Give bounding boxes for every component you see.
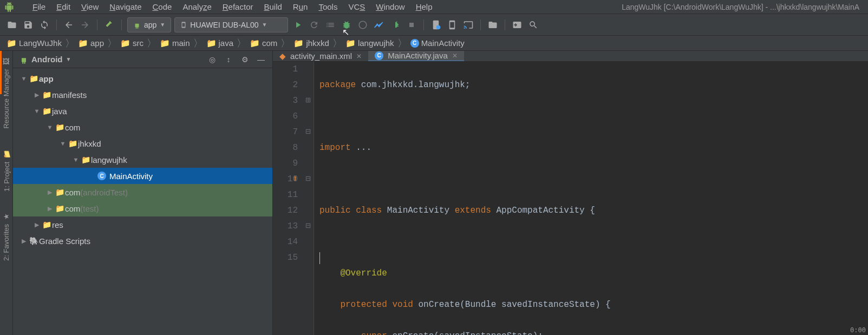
menu-help[interactable]: Help	[410, 0, 438, 14]
open-icon[interactable]	[5, 18, 18, 31]
sdk-manager-icon[interactable]	[462, 18, 475, 31]
stop-icon[interactable]	[405, 18, 418, 31]
menu-view[interactable]: View	[76, 0, 104, 14]
menu-tools[interactable]: Tools	[313, 0, 343, 14]
override-gutter-icon[interactable]: ⬆	[290, 172, 300, 187]
close-tab-icon[interactable]: ✕	[356, 52, 362, 60]
caret-down-icon[interactable]: ▼	[66, 56, 71, 62]
breadcrumb-item[interactable]: 📁com	[247, 38, 279, 48]
panel-header: Android ▼ ◎ ↕ ⚙ —	[13, 51, 272, 68]
breadcrumb-item[interactable]: 📁jhkxkd	[291, 38, 331, 48]
close-tab-icon[interactable]: ✕	[452, 52, 458, 60]
editor-area: ◆ activity_main.xml ✕ C MainActivity.jav…	[273, 51, 868, 335]
tree-java[interactable]: ▼📁java	[13, 103, 272, 119]
run-icon[interactable]	[291, 18, 304, 31]
menubar: File Edit View Navigate Code Analyze Ref…	[0, 0, 868, 14]
rail-project[interactable]: 1: Project📁	[2, 150, 11, 192]
expand-icon[interactable]: ↕	[224, 55, 233, 64]
project-structure-icon[interactable]	[486, 18, 499, 31]
caret-down-icon: ▼	[160, 22, 165, 28]
tree-jhkxkd[interactable]: ▼📁jhkxkd	[13, 135, 272, 152]
target-icon[interactable]: ◎	[207, 55, 217, 64]
menu-analyze[interactable]: Analyze	[177, 0, 217, 14]
menu-file[interactable]: File	[27, 0, 51, 14]
tree-com-androidtest[interactable]: ▶📁com (androidTest)	[13, 184, 272, 200]
rail-favorites[interactable]: 2: Favorites★	[2, 213, 10, 261]
fold-gutter[interactable]: ⊞ ⊟ ⊟ ⊟	[305, 62, 314, 335]
breadcrumb-item[interactable]: 📁java	[204, 38, 236, 48]
caret-down-icon: ▼	[262, 22, 267, 28]
menu-window[interactable]: Window	[370, 0, 410, 14]
sync-icon[interactable]	[38, 18, 51, 31]
code-editor[interactable]: package com.jhkxkd.langwujhk; import ...…	[314, 62, 868, 335]
project-tree[interactable]: ▼📁app ▶📁manifests ▼📁java ▼📁com ▼📁jhkxkd …	[13, 68, 272, 335]
tree-manifests[interactable]: ▶📁manifests	[13, 87, 272, 103]
tree-com[interactable]: ▼📁com	[13, 119, 272, 135]
menu-refactor[interactable]: Refactor	[217, 0, 259, 14]
device-combo[interactable]: HUAWEI DUB-AL00 ▼	[174, 17, 288, 32]
menu-edit[interactable]: Edit	[51, 0, 76, 14]
panel-resize-highlight	[0, 51, 2, 94]
save-icon[interactable]	[22, 18, 35, 31]
forward-icon[interactable]	[79, 18, 92, 31]
coverage-icon[interactable]	[324, 18, 337, 31]
hammer-build-icon[interactable]	[103, 18, 116, 31]
gear-icon[interactable]: ⚙	[240, 55, 250, 64]
breadcrumb-item[interactable]: 📁app	[76, 38, 106, 48]
menu-run[interactable]: Run	[288, 0, 314, 14]
android-logo-icon	[4, 2, 14, 12]
tab-mainactivity[interactable]: C MainActivity.java ✕	[368, 51, 464, 61]
left-tool-rail: Resource Manager🖼 1: Project📁 2: Favorit…	[0, 51, 13, 335]
device-label: HUAWEI DUB-AL00	[190, 21, 258, 29]
tree-com-test[interactable]: ▶📁com (test)	[13, 200, 272, 216]
terminal-icon[interactable]	[511, 18, 524, 31]
run-config-label: app	[144, 21, 156, 29]
search-icon[interactable]	[527, 18, 540, 31]
tree-gradle[interactable]: ▶🐘Gradle Scripts	[13, 233, 272, 249]
back-icon[interactable]	[62, 18, 75, 31]
tree-langwujhk[interactable]: ▼📁langwujhk	[13, 152, 272, 168]
menu-build[interactable]: Build	[258, 0, 287, 14]
text-caret	[319, 252, 320, 264]
status-time: 0:00	[850, 326, 866, 334]
minimize-icon[interactable]: —	[256, 55, 266, 64]
panel-title[interactable]: Android	[31, 55, 63, 64]
breadcrumb-item[interactable]: 📁langwujhk	[343, 38, 396, 48]
toolbar: app ▼ HUAWEI DUB-AL00 ▼	[0, 14, 868, 36]
rail-resource-manager[interactable]: Resource Manager🖼	[2, 57, 10, 129]
xml-file-icon: ◆	[279, 51, 286, 61]
code-view[interactable]: 1 2 3 6 7 8 9 10⬆ 11 12 13 14 15 ⊞ ⊟ ⊟ ⊟…	[273, 62, 868, 335]
menu-vcs[interactable]: VCS	[343, 0, 370, 14]
menu-navigate[interactable]: Navigate	[104, 0, 147, 14]
device-manager-icon[interactable]	[446, 18, 459, 31]
profile-icon[interactable]	[356, 18, 369, 31]
breadcrumb-item[interactable]: CMainActivity	[408, 38, 467, 48]
attach-debugger-icon[interactable]	[389, 18, 402, 31]
apply-changes-icon[interactable]	[308, 18, 321, 31]
class-file-icon: C	[375, 51, 383, 60]
android-icon	[19, 55, 28, 64]
tree-mainactivity[interactable]: CMainActivity	[13, 168, 272, 184]
window-title: LangWuJhk [C:\AndroidWork\LangWuJhk] - .…	[622, 3, 864, 11]
breadcrumb-item[interactable]: 📁src	[118, 38, 146, 48]
tab-activity-main[interactable]: ◆ activity_main.xml ✕	[273, 51, 368, 61]
breadcrumb-item[interactable]: 📁main	[158, 38, 192, 48]
menu-code[interactable]: Code	[147, 0, 178, 14]
breadcrumb: 📁LangWuJhk〉 📁app〉 📁src〉 📁main〉 📁java〉 📁c…	[0, 36, 868, 51]
avd-manager-icon[interactable]	[429, 18, 442, 31]
tree-app[interactable]: ▼📁app	[13, 70, 272, 87]
tree-res[interactable]: ▶📁res	[13, 216, 272, 233]
svg-point-0	[436, 25, 441, 29]
project-panel: Android ▼ ◎ ↕ ⚙ — ▼📁app ▶📁manifests ▼📁ja…	[13, 51, 273, 335]
editor-tabs: ◆ activity_main.xml ✕ C MainActivity.jav…	[273, 51, 868, 62]
line-gutter: 1 2 3 6 7 8 9 10⬆ 11 12 13 14 15	[273, 62, 305, 335]
debug-icon[interactable]	[340, 18, 353, 31]
profiler-icon[interactable]	[373, 18, 386, 31]
run-config-combo[interactable]: app ▼	[127, 17, 171, 32]
breadcrumb-item[interactable]: 📁LangWuJhk	[4, 38, 64, 48]
